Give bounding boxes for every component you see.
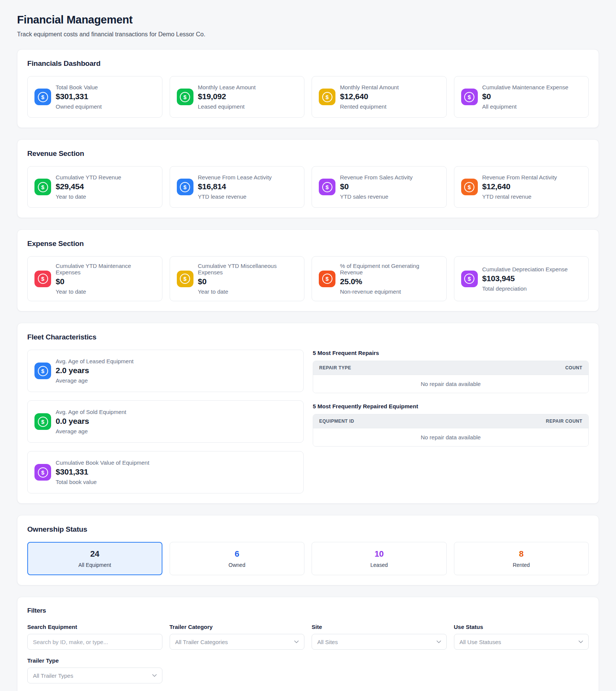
metric-label: Revenue From Lease Activity	[198, 174, 272, 181]
frequently-repaired-equipment-table: EQUIPMENT ID REPAIR COUNT No repair data…	[313, 414, 589, 447]
metric-card-avg-age-leased: $ Avg. Age of Leased Equipment 2.0 years…	[27, 350, 304, 392]
metric-sublabel: All equipment	[482, 103, 569, 110]
dollar-icon: $	[34, 179, 51, 195]
metric-value: $12,640	[482, 182, 557, 191]
metric-label: Revenue From Rental Activity	[482, 174, 557, 181]
filter-field-trailer-type: Trailer Type All Trailer Types	[27, 657, 162, 683]
metric-card-cumulative-depreciation-expense: $ Cumulative Depreciation Expense $103,9…	[454, 256, 589, 301]
site-select[interactable]: All Sites	[312, 634, 447, 650]
ownership-label: All Equipment	[78, 562, 111, 568]
use-status-select[interactable]: All Use Statuses	[454, 634, 589, 650]
metric-sublabel: Average age	[56, 428, 126, 434]
selected-value: All Trailer Categories	[175, 639, 228, 645]
ownership-card-row: 24 All Equipment 6 Owned 10 Leased 8 Ren…	[27, 542, 589, 575]
metric-label: Cumulative Book Value of Equipment	[56, 459, 149, 466]
metric-sublabel: Leased equipment	[198, 103, 256, 110]
section-ownership-status: Ownership Status 24 All Equipment 6 Owne…	[17, 515, 599, 585]
metric-label: Cumulative YTD Revenue	[56, 174, 121, 181]
dollar-icon: $	[34, 464, 51, 481]
ownership-label: Leased	[370, 562, 388, 568]
metric-label: Cumulative YTD Maintenance Expenses	[56, 263, 155, 275]
metric-card-ytd-maintenance-expenses: $ Cumulative YTD Maintenance Expenses $0…	[27, 256, 162, 301]
chevron-down-icon	[152, 674, 157, 677]
metric-label: Cumulative YTD Miscellaneous Expenses	[198, 263, 298, 275]
metric-value: 2.0 years	[56, 366, 134, 375]
section-heading: Filters	[27, 607, 589, 615]
dollar-icon: $	[177, 179, 193, 195]
financials-card-row: $ Total Book Value $301,331 Owned equipm…	[27, 76, 589, 118]
dollar-icon: $	[319, 271, 335, 287]
metric-card-monthly-rental-amount: $ Monthly Rental Amount $12,640 Rented e…	[312, 76, 447, 118]
site-label: Site	[312, 624, 447, 630]
metric-sublabel: YTD lease revenue	[198, 193, 272, 200]
metric-card-ytd-miscellaneous-expenses: $ Cumulative YTD Miscellaneous Expenses …	[170, 256, 305, 301]
metric-sublabel: Year to date	[56, 193, 121, 200]
dollar-icon: $	[34, 413, 51, 430]
empty-state-text: No repair data available	[313, 375, 588, 393]
metric-label: Monthly Lease Amount	[198, 84, 256, 90]
fleet-cards-column: $ Avg. Age of Leased Equipment 2.0 years…	[27, 350, 304, 493]
selected-value: All Trailer Types	[33, 672, 73, 679]
metric-value: $12,640	[340, 92, 399, 101]
metric-value: $0	[56, 277, 155, 286]
dollar-icon: $	[319, 89, 335, 105]
trailer-type-select[interactable]: All Trailer Types	[27, 668, 162, 683]
ownership-card-leased[interactable]: 10 Leased	[312, 542, 447, 575]
frequent-repairs-table-title: 5 Most Frequent Repairs	[313, 350, 589, 356]
chevron-down-icon	[294, 640, 299, 643]
dollar-icon: $	[177, 271, 193, 287]
section-heading: Expense Section	[27, 240, 589, 248]
metric-value: $103,945	[482, 274, 568, 283]
revenue-card-row: $ Cumulative YTD Revenue $29,454 Year to…	[27, 166, 589, 208]
metric-card-monthly-lease-amount: $ Monthly Lease Amount $19,092 Leased eq…	[170, 76, 305, 118]
ownership-label: Rented	[513, 562, 530, 568]
section-heading: Revenue Section	[27, 149, 589, 158]
ownership-count: 24	[90, 549, 99, 559]
metric-card-cumulative-ytd-revenue: $ Cumulative YTD Revenue $29,454 Year to…	[27, 166, 162, 208]
ownership-card-all-equipment[interactable]: 24 All Equipment	[27, 542, 162, 575]
metric-sublabel: Total depreciation	[482, 285, 568, 292]
ownership-label: Owned	[229, 562, 245, 568]
filter-field-site: Site All Sites	[312, 624, 447, 650]
search-equipment-input[interactable]	[27, 634, 162, 650]
metric-sublabel: Owned equipment	[56, 103, 102, 110]
metric-sublabel: Year to date	[198, 288, 298, 295]
expense-card-row: $ Cumulative YTD Maintenance Expenses $0…	[27, 256, 589, 301]
dollar-icon: $	[177, 89, 193, 105]
metric-sublabel: Year to date	[56, 288, 155, 295]
trailer-category-select[interactable]: All Trailer Categories	[170, 634, 305, 650]
metric-card-revenue-rental-activity: $ Revenue From Rental Activity $12,640 Y…	[454, 166, 589, 208]
section-expense: Expense Section $ Cumulative YTD Mainten…	[17, 229, 599, 311]
dollar-icon: $	[461, 179, 478, 195]
metric-value: $301,331	[56, 92, 102, 101]
ownership-card-owned[interactable]: 6 Owned	[170, 542, 305, 575]
metric-label: Total Book Value	[56, 84, 102, 90]
dollar-icon: $	[319, 179, 335, 195]
metric-value: 0.0 years	[56, 417, 126, 426]
use-status-label: Use Status	[454, 624, 589, 630]
metric-label: % of Equipment not Generating Revenue	[340, 263, 440, 275]
column-header-repair-count: REPAIR COUNT	[546, 419, 582, 424]
ownership-count: 10	[374, 549, 384, 559]
dollar-icon: $	[34, 363, 51, 379]
metric-label: Revenue From Sales Activity	[340, 174, 413, 181]
frequent-repairs-table: REPAIR TYPE COUNT No repair data availab…	[313, 361, 589, 393]
metric-value: $0	[482, 92, 569, 101]
metric-label: Cumulative Depreciation Expense	[482, 266, 568, 272]
metric-value: $0	[198, 277, 298, 286]
column-header-count: COUNT	[565, 365, 582, 370]
metric-sublabel: Total book value	[56, 479, 149, 485]
metric-sublabel: YTD sales revenue	[340, 193, 413, 200]
dollar-icon: $	[461, 271, 478, 287]
metric-value: $16,814	[198, 182, 272, 191]
ownership-count: 6	[235, 549, 239, 559]
metric-card-revenue-sales-activity: $ Revenue From Sales Activity $0 YTD sal…	[312, 166, 447, 208]
selected-value: All Sites	[317, 639, 338, 645]
trailer-category-label: Trailer Category	[170, 624, 305, 630]
metric-card-cumulative-book-value: $ Cumulative Book Value of Equipment $30…	[27, 451, 304, 493]
metric-sublabel: Non-revenue equipment	[340, 288, 440, 295]
frequently-repaired-equipment-table-title: 5 Most Frequently Repaired Equipment	[313, 403, 589, 409]
metric-sublabel: Average age	[56, 377, 134, 384]
ownership-card-rented[interactable]: 8 Rented	[454, 542, 589, 575]
metric-card-cumulative-maintenance-expense: $ Cumulative Maintenance Expense $0 All …	[454, 76, 589, 118]
